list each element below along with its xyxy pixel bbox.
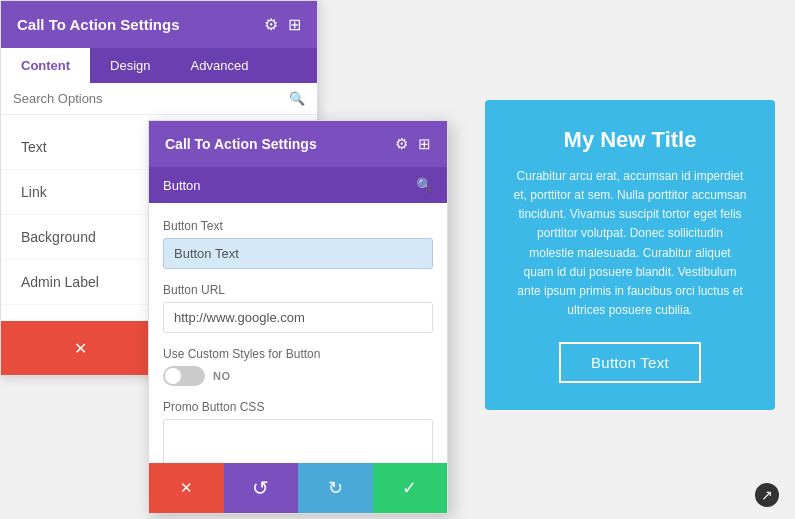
- custom-styles-label: Use Custom Styles for Button: [163, 347, 433, 361]
- front-reset-button[interactable]: ↺: [224, 463, 299, 513]
- preview-card: My New Title Curabitur arcu erat, accums…: [485, 100, 775, 410]
- front-panel-icons: ⚙ ⊞: [395, 135, 431, 153]
- front-redo-button[interactable]: ↻: [298, 463, 373, 513]
- promo-css-group: Promo Button CSS: [163, 400, 433, 463]
- button-url-group: Button URL: [163, 283, 433, 333]
- back-panel-header: Call To Action Settings: [1, 1, 317, 48]
- tab-advanced[interactable]: Advanced: [171, 48, 269, 83]
- custom-styles-group: Use Custom Styles for Button NO: [163, 347, 433, 386]
- tabs-bar: Content Design Advanced: [1, 48, 317, 83]
- front-cancel-button[interactable]: ✕: [149, 463, 224, 513]
- sub-search-icon[interactable]: 🔍: [416, 177, 433, 193]
- preview-body: Curabitur arcu erat, accumsan id imperdi…: [513, 167, 747, 321]
- sub-header-title: Button: [163, 178, 201, 193]
- front-panel-header: Call To Action Settings ⚙ ⊞: [149, 121, 447, 167]
- tab-content[interactable]: Content: [1, 48, 90, 83]
- button-url-input[interactable]: [163, 302, 433, 333]
- back-cancel-button[interactable]: ✕: [1, 321, 159, 375]
- toggle-wrap: NO: [163, 366, 433, 386]
- front-panel-title: Call To Action Settings: [165, 136, 317, 152]
- tab-design[interactable]: Design: [90, 48, 170, 83]
- promo-css-label: Promo Button CSS: [163, 400, 433, 414]
- layout-icon[interactable]: [288, 15, 301, 34]
- front-confirm-button[interactable]: ✓: [373, 463, 448, 513]
- button-text-label: Button Text: [163, 219, 433, 233]
- button-url-label: Button URL: [163, 283, 433, 297]
- search-icon: 🔍: [289, 91, 305, 106]
- front-layout-icon[interactable]: ⊞: [418, 135, 431, 153]
- button-text-group: Button Text: [163, 219, 433, 269]
- preview-title: My New Title: [564, 127, 697, 153]
- sub-header: Button 🔍: [149, 167, 447, 203]
- front-panel: Call To Action Settings ⚙ ⊞ Button 🔍 But…: [148, 120, 448, 514]
- back-panel-icons: [264, 15, 301, 34]
- button-text-input[interactable]: [163, 238, 433, 269]
- front-panel-content: Button Text Button URL Use Custom Styles…: [149, 203, 447, 463]
- search-bar: 🔍: [1, 83, 317, 115]
- settings-icon[interactable]: [264, 15, 278, 34]
- search-input[interactable]: [13, 91, 289, 106]
- front-settings-icon[interactable]: ⚙: [395, 135, 408, 153]
- toggle-no-label: NO: [213, 370, 231, 382]
- dark-dot-icon: ↗: [761, 487, 773, 503]
- preview-button[interactable]: Button Text: [559, 342, 701, 383]
- custom-styles-toggle[interactable]: [163, 366, 205, 386]
- dark-dot: ↗: [755, 483, 779, 507]
- back-panel-title: Call To Action Settings: [17, 16, 180, 33]
- front-panel-actions: ✕ ↺ ↻ ✓: [149, 463, 447, 513]
- promo-css-textarea[interactable]: [163, 419, 433, 463]
